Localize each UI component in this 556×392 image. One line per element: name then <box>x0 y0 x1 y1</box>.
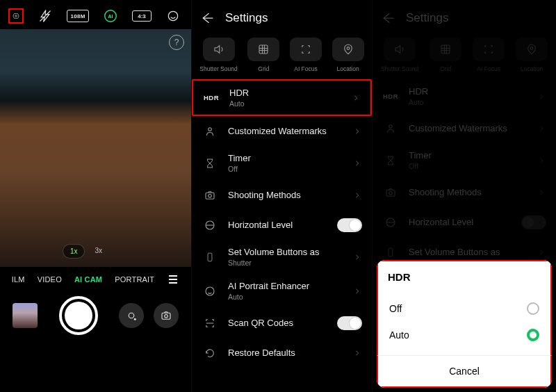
mode-film[interactable]: ILM <box>12 275 25 284</box>
quick-location[interactable]: Location <box>332 38 364 72</box>
resolution-108m-icon[interactable]: 108M <box>67 10 89 22</box>
settings-items: HDR HDR Auto Customized Watermarks Timer… <box>192 76 372 370</box>
timer-hourglass-icon <box>202 157 218 170</box>
dialog-option-off[interactable]: Off <box>388 295 541 322</box>
mode-portrait[interactable]: PORTRAIT <box>115 275 154 284</box>
item-volume-buttons[interactable]: Set Volume Buttons as Shutter <box>192 240 372 274</box>
watermark-person-icon <box>202 125 218 138</box>
chevron-right-icon <box>352 158 362 168</box>
shutter-button[interactable] <box>59 296 98 335</box>
item-label: Customized Watermarks <box>228 123 343 139</box>
dialog-option-auto[interactable]: Auto <box>388 322 541 348</box>
beauty-face-icon[interactable] <box>165 8 181 24</box>
zoom-1x[interactable]: 1x <box>63 244 85 259</box>
quick-settings-row: Shutter Sound Grid AI Focus Location <box>192 35 372 76</box>
chevron-right-icon <box>352 286 362 296</box>
level-icon <box>202 219 218 231</box>
item-timer[interactable]: Timer Off <box>192 146 372 180</box>
toggle-scan-qr[interactable] <box>337 316 362 330</box>
camera-topbar: 108M AI 4:3 <box>0 0 191 29</box>
option-label: Auto <box>389 329 409 341</box>
quick-grid[interactable]: Grid <box>247 38 279 72</box>
item-restore-defaults[interactable]: Restore Defaults <box>192 338 372 368</box>
toggle-horizontal-level[interactable] <box>337 218 362 232</box>
item-shooting-methods[interactable]: Shooting Methods <box>192 180 372 210</box>
quick-ai-focus[interactable]: AI Focus <box>290 38 322 72</box>
svg-point-15 <box>347 47 350 50</box>
zoom-pills: 1x 3x <box>63 244 109 259</box>
item-sublabel: Auto <box>229 99 341 108</box>
shutter-row <box>0 289 191 346</box>
dialog-title: HDR <box>388 271 541 283</box>
chevron-right-icon <box>351 93 361 103</box>
quick-label: Grid <box>258 65 269 72</box>
item-label: HDR <box>229 88 341 98</box>
switch-camera-button[interactable] <box>154 303 179 328</box>
restore-icon <box>202 347 218 359</box>
back-arrow-icon[interactable] <box>200 11 214 25</box>
svg-point-6 <box>129 313 134 318</box>
settings-panel-dialog: Settings Shutter Sound Grid AI Focus Loc… <box>372 0 556 392</box>
mode-video[interactable]: VIDEO <box>38 275 62 284</box>
item-sublabel: Shutter <box>228 259 343 267</box>
item-watermarks[interactable]: Customized Watermarks <box>192 116 372 146</box>
item-label: Timer <box>228 153 343 163</box>
hdr-icon: HDR <box>203 94 220 101</box>
svg-point-9 <box>165 315 168 318</box>
google-lens-button[interactable] <box>119 303 144 328</box>
svg-point-22 <box>206 287 214 295</box>
chevron-right-icon <box>352 126 362 136</box>
item-scan-qr[interactable]: Scan QR Codes <box>192 308 372 338</box>
camera-panel: 108M AI 4:3 ? 1x 3x ILM VIDEO AI CAM POR… <box>0 0 191 392</box>
svg-point-7 <box>134 318 136 320</box>
svg-point-16 <box>208 127 212 131</box>
camera-icon <box>202 189 218 202</box>
item-label: Scan QR Codes <box>228 315 327 331</box>
mode-aicam[interactable]: AI CAM <box>74 275 102 284</box>
phone-icon <box>202 250 218 264</box>
settings-title: Settings <box>225 11 268 25</box>
svg-rect-17 <box>206 193 214 199</box>
ai-mode-icon[interactable]: AI <box>103 8 118 24</box>
settings-panel: Settings Shutter Sound Grid AI Focus Loc… <box>191 0 372 392</box>
item-label: Restore Defaults <box>228 345 343 361</box>
hdr-dialog: HDR Off Auto Cancel <box>377 260 552 388</box>
item-horizontal-level[interactable]: Horizontal Level <box>192 210 372 240</box>
radio-checked-icon <box>527 329 539 341</box>
quick-shutter-sound[interactable]: Shutter Sound <box>199 38 237 72</box>
chevron-right-icon <box>352 190 362 200</box>
item-label: Set Volume Buttons as <box>228 247 343 257</box>
svg-rect-10 <box>259 45 268 54</box>
svg-point-1 <box>15 15 17 17</box>
dialog-cancel-button[interactable]: Cancel <box>378 356 550 386</box>
flash-icon[interactable] <box>38 8 53 24</box>
camera-modes: ILM VIDEO AI CAM PORTRAIT <box>0 267 191 289</box>
quick-label: Location <box>337 65 359 72</box>
item-sublabel: Off <box>228 165 343 173</box>
quick-label: AI Focus <box>294 65 318 72</box>
item-label: Horizontal Level <box>228 217 327 233</box>
chevron-right-icon <box>352 252 362 262</box>
help-icon[interactable]: ? <box>169 35 184 50</box>
gallery-thumbnail[interactable] <box>13 303 38 328</box>
settings-gear-icon[interactable] <box>8 8 24 24</box>
settings-header: Settings <box>192 0 372 35</box>
camera-viewfinder[interactable]: ? 1x 3x <box>0 29 191 267</box>
face-enhance-icon <box>202 285 218 297</box>
aspect-ratio-icon[interactable]: 4:3 <box>132 10 152 22</box>
item-sublabel: Auto <box>228 293 343 301</box>
svg-point-5 <box>168 11 177 20</box>
svg-text:AI: AI <box>108 13 113 19</box>
zoom-3x[interactable]: 3x <box>88 244 109 259</box>
more-modes-icon[interactable] <box>167 275 179 284</box>
item-label: Shooting Methods <box>228 187 343 203</box>
radio-unchecked-icon <box>527 302 539 315</box>
chevron-right-icon <box>352 348 362 358</box>
svg-rect-21 <box>208 253 212 261</box>
item-ai-portrait-enhancer[interactable]: AI Portrait Enhancer Auto <box>192 274 372 308</box>
option-label: Off <box>389 303 402 314</box>
item-label: AI Portrait Enhancer <box>228 281 343 291</box>
svg-marker-0 <box>13 14 19 19</box>
item-hdr[interactable]: HDR HDR Auto <box>192 79 372 116</box>
qr-icon <box>202 317 218 329</box>
